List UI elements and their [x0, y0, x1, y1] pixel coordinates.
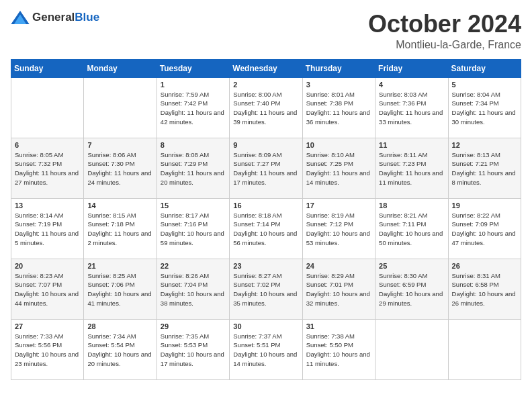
- day-info: Sunrise: 8:01 AM Sunset: 7:38 PM Dayligh…: [306, 90, 371, 127]
- day-info: Sunrise: 8:17 AM Sunset: 7:16 PM Dayligh…: [161, 211, 226, 248]
- calendar-cell: 27Sunrise: 7:33 AM Sunset: 5:56 PM Dayli…: [11, 319, 84, 379]
- month-title: October 2024: [368, 11, 521, 38]
- logo-general: General: [32, 11, 75, 24]
- calendar-cell: 3Sunrise: 8:01 AM Sunset: 7:38 PM Daylig…: [302, 77, 375, 138]
- day-number: 8: [161, 141, 226, 149]
- calendar-cell: 17Sunrise: 8:19 AM Sunset: 7:12 PM Dayli…: [302, 198, 375, 259]
- day-number: 11: [379, 141, 444, 149]
- calendar-cell: 23Sunrise: 8:27 AM Sunset: 7:02 PM Dayli…: [230, 259, 302, 319]
- day-number: 16: [233, 201, 298, 210]
- calendar-cell: 12Sunrise: 8:13 AM Sunset: 7:21 PM Dayli…: [448, 138, 521, 198]
- day-info: Sunrise: 8:10 AM Sunset: 7:25 PM Dayligh…: [306, 150, 371, 187]
- day-number: 22: [161, 262, 226, 270]
- calendar-body: 1Sunrise: 7:59 AM Sunset: 7:42 PM Daylig…: [11, 77, 521, 379]
- day-info: Sunrise: 7:35 AM Sunset: 5:53 PM Dayligh…: [161, 332, 226, 369]
- calendar-cell: 14Sunrise: 8:15 AM Sunset: 7:18 PM Dayli…: [84, 198, 157, 259]
- day-number: 31: [306, 322, 371, 330]
- calendar-cell: 13Sunrise: 8:14 AM Sunset: 7:19 PM Dayli…: [11, 198, 84, 259]
- day-number: 7: [87, 141, 152, 149]
- calendar-week-4: 20Sunrise: 8:23 AM Sunset: 7:07 PM Dayli…: [11, 259, 521, 319]
- day-number: 10: [306, 141, 371, 149]
- calendar-cell: 11Sunrise: 8:11 AM Sunset: 7:23 PM Dayli…: [375, 138, 448, 198]
- calendar-cell: 2Sunrise: 8:00 AM Sunset: 7:40 PM Daylig…: [230, 77, 302, 138]
- day-number: 18: [379, 201, 444, 210]
- day-number: 20: [15, 262, 80, 270]
- day-info: Sunrise: 8:18 AM Sunset: 7:14 PM Dayligh…: [233, 211, 298, 248]
- day-number: 9: [233, 141, 298, 149]
- day-number: 26: [452, 262, 517, 270]
- day-info: Sunrise: 8:05 AM Sunset: 7:32 PM Dayligh…: [15, 150, 80, 187]
- day-info: Sunrise: 8:13 AM Sunset: 7:21 PM Dayligh…: [452, 150, 517, 187]
- day-info: Sunrise: 8:08 AM Sunset: 7:29 PM Dayligh…: [161, 150, 226, 187]
- calendar-table: SundayMondayTuesdayWednesdayThursdayFrid…: [11, 59, 521, 380]
- day-number: 30: [233, 322, 298, 330]
- day-number: 3: [306, 81, 371, 89]
- day-info: Sunrise: 7:37 AM Sunset: 5:51 PM Dayligh…: [233, 332, 298, 369]
- day-number: 4: [379, 81, 444, 89]
- header-day-wednesday: Wednesday: [230, 59, 302, 77]
- calendar-cell: 7Sunrise: 8:06 AM Sunset: 7:30 PM Daylig…: [84, 138, 157, 198]
- day-info: Sunrise: 8:15 AM Sunset: 7:18 PM Dayligh…: [87, 211, 152, 248]
- day-info: Sunrise: 8:21 AM Sunset: 7:11 PM Dayligh…: [379, 211, 444, 248]
- title-block: October 2024 Montlieu-la-Garde, France: [368, 11, 521, 51]
- calendar-cell: [375, 319, 448, 379]
- calendar-cell: 15Sunrise: 8:17 AM Sunset: 7:16 PM Dayli…: [157, 198, 229, 259]
- calendar-cell: 18Sunrise: 8:21 AM Sunset: 7:11 PM Dayli…: [375, 198, 448, 259]
- calendar-cell: 6Sunrise: 8:05 AM Sunset: 7:32 PM Daylig…: [11, 138, 84, 198]
- logo-blue: Blue: [75, 11, 99, 24]
- header-day-saturday: Saturday: [448, 59, 521, 77]
- calendar-week-5: 27Sunrise: 7:33 AM Sunset: 5:56 PM Dayli…: [11, 319, 521, 379]
- day-info: Sunrise: 8:03 AM Sunset: 7:36 PM Dayligh…: [379, 90, 444, 127]
- logo: GeneralBlue: [11, 11, 99, 24]
- calendar-cell: 29Sunrise: 7:35 AM Sunset: 5:53 PM Dayli…: [157, 319, 229, 379]
- day-number: 21: [87, 262, 152, 270]
- day-number: 14: [87, 201, 152, 210]
- day-info: Sunrise: 8:09 AM Sunset: 7:27 PM Dayligh…: [233, 150, 298, 187]
- day-number: 29: [161, 322, 226, 330]
- day-number: 28: [87, 322, 152, 330]
- calendar-week-3: 13Sunrise: 8:14 AM Sunset: 7:19 PM Dayli…: [11, 198, 521, 259]
- day-number: 13: [15, 201, 80, 210]
- header-row: SundayMondayTuesdayWednesdayThursdayFrid…: [11, 59, 521, 77]
- header-day-sunday: Sunday: [11, 59, 84, 77]
- calendar-cell: [448, 319, 521, 379]
- calendar-cell: 28Sunrise: 7:34 AM Sunset: 5:54 PM Dayli…: [84, 319, 157, 379]
- calendar-cell: 25Sunrise: 8:30 AM Sunset: 6:59 PM Dayli…: [375, 259, 448, 319]
- day-number: 19: [452, 201, 517, 210]
- day-number: 25: [379, 262, 444, 270]
- calendar-cell: 22Sunrise: 8:26 AM Sunset: 7:04 PM Dayli…: [157, 259, 229, 319]
- day-number: 27: [15, 322, 80, 330]
- day-info: Sunrise: 8:00 AM Sunset: 7:40 PM Dayligh…: [233, 90, 298, 127]
- calendar-cell: 16Sunrise: 8:18 AM Sunset: 7:14 PM Dayli…: [230, 198, 302, 259]
- calendar-cell: 26Sunrise: 8:31 AM Sunset: 6:58 PM Dayli…: [448, 259, 521, 319]
- day-number: 6: [15, 141, 80, 149]
- day-info: Sunrise: 8:23 AM Sunset: 7:07 PM Dayligh…: [15, 271, 80, 308]
- day-number: 2: [233, 81, 298, 89]
- day-info: Sunrise: 8:25 AM Sunset: 7:06 PM Dayligh…: [87, 271, 152, 308]
- day-info: Sunrise: 8:26 AM Sunset: 7:04 PM Dayligh…: [161, 271, 226, 308]
- calendar-cell: [84, 77, 157, 138]
- header-day-thursday: Thursday: [302, 59, 375, 77]
- logo-icon: [11, 11, 30, 24]
- calendar-cell: 30Sunrise: 7:37 AM Sunset: 5:51 PM Dayli…: [230, 319, 302, 379]
- day-info: Sunrise: 7:38 AM Sunset: 5:50 PM Dayligh…: [306, 332, 371, 369]
- calendar-cell: 24Sunrise: 8:29 AM Sunset: 7:01 PM Dayli…: [302, 259, 375, 319]
- day-info: Sunrise: 8:14 AM Sunset: 7:19 PM Dayligh…: [15, 211, 80, 248]
- day-info: Sunrise: 8:19 AM Sunset: 7:12 PM Dayligh…: [306, 211, 371, 248]
- calendar-cell: 31Sunrise: 7:38 AM Sunset: 5:50 PM Dayli…: [302, 319, 375, 379]
- day-number: 24: [306, 262, 371, 270]
- day-info: Sunrise: 8:31 AM Sunset: 6:58 PM Dayligh…: [452, 271, 517, 308]
- calendar-cell: 5Sunrise: 8:04 AM Sunset: 7:34 PM Daylig…: [448, 77, 521, 138]
- day-info: Sunrise: 8:27 AM Sunset: 7:02 PM Dayligh…: [233, 271, 298, 308]
- header-day-friday: Friday: [375, 59, 448, 77]
- day-info: Sunrise: 8:22 AM Sunset: 7:09 PM Dayligh…: [452, 211, 517, 248]
- location-title: Montlieu-la-Garde, France: [368, 39, 521, 51]
- calendar-week-1: 1Sunrise: 7:59 AM Sunset: 7:42 PM Daylig…: [11, 77, 521, 138]
- day-number: 1: [161, 81, 226, 89]
- day-info: Sunrise: 7:59 AM Sunset: 7:42 PM Dayligh…: [161, 90, 226, 127]
- calendar-cell: 1Sunrise: 7:59 AM Sunset: 7:42 PM Daylig…: [157, 77, 229, 138]
- calendar-cell: [11, 77, 84, 138]
- header-day-monday: Monday: [84, 59, 157, 77]
- day-info: Sunrise: 7:34 AM Sunset: 5:54 PM Dayligh…: [87, 332, 152, 369]
- header-day-tuesday: Tuesday: [157, 59, 229, 77]
